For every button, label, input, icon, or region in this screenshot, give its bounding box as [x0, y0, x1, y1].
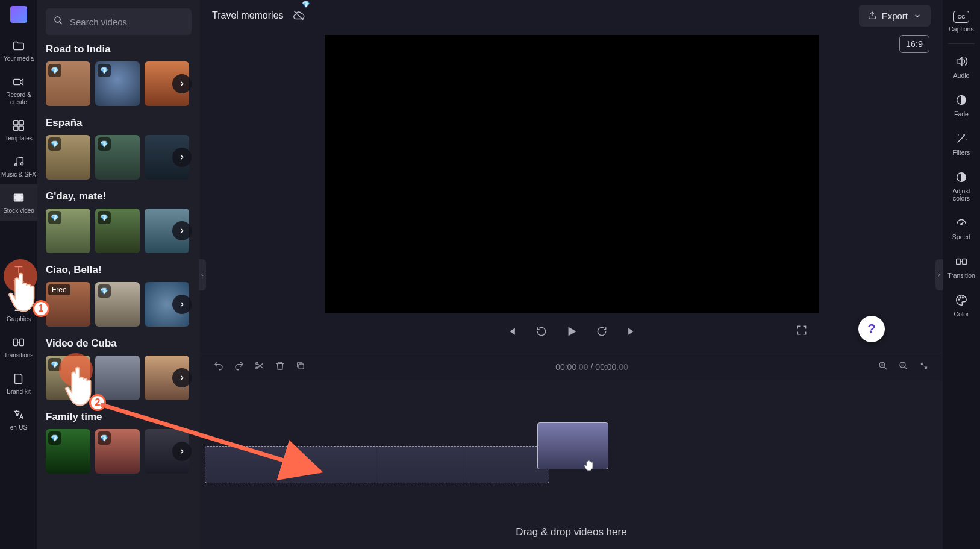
prop-filters[interactable]: Filters [943, 125, 980, 163]
top-bar: Travel memories 💎 Export [200, 0, 943, 27]
svg-rect-14 [14, 339, 17, 346]
category-title: Ciao, Bella! [46, 264, 192, 276]
video-thumbnail[interactable]: 💎 [95, 209, 140, 253]
timeline[interactable]: Drag & drop videos here [200, 380, 943, 549]
skip-start-button[interactable] [503, 323, 520, 340]
nav-music-sfx[interactable]: Music & SFX [0, 148, 37, 184]
captions-icon: CC [953, 11, 969, 23]
svg-rect-15 [20, 339, 23, 346]
prop-speed[interactable]: Speed [943, 209, 980, 248]
svg-point-5 [14, 163, 17, 166]
prop-adjust-colors[interactable]: Adjust colors [943, 163, 980, 209]
svg-rect-11 [22, 199, 23, 201]
video-preview[interactable] [325, 35, 819, 313]
video-thumbnail[interactable]: 💎 [46, 429, 90, 474]
svg-point-6 [20, 163, 23, 165]
premium-icon: 💎 [98, 64, 111, 77]
premium-icon: 💎 [98, 284, 111, 298]
prop-captions[interactable]: CC Captions [943, 4, 980, 40]
video-thumbnail[interactable]: 💎 [46, 356, 90, 400]
nav-brand-kit[interactable]: Brand kit [0, 365, 37, 401]
prop-label: Color [953, 310, 969, 318]
premium-icon: 💎 [48, 137, 61, 151]
nav-label: Graphics [7, 316, 31, 323]
video-thumbnail[interactable]: 💎 [46, 209, 90, 253]
templates-icon [11, 118, 26, 133]
video-thumbnail[interactable] [95, 356, 140, 400]
drop-hint-text: Drag & drop videos here [200, 526, 943, 538]
undo-button[interactable] [213, 360, 224, 374]
category-scroll[interactable]: Road to India 💎 💎 España 💎 💎 G'day, mate… [37, 43, 200, 549]
video-thumbnail[interactable]: 💎 [95, 135, 140, 180]
project-title[interactable]: Travel memories [212, 10, 284, 21]
video-thumbnail[interactable]: 💎 [95, 61, 140, 106]
nav-templates[interactable]: Templates [0, 112, 37, 148]
search-input[interactable] [70, 17, 184, 27]
category-title: Video de Cuba [46, 337, 192, 350]
play-button[interactable] [563, 323, 580, 340]
video-thumbnail[interactable]: 💎 [95, 282, 140, 327]
prop-fade[interactable]: Fade [943, 86, 980, 125]
nav-stock-video[interactable]: Stock video [0, 184, 37, 221]
redo-button[interactable] [234, 360, 245, 374]
category-title: Family time [46, 411, 192, 423]
category: Family time 💎 💎 [46, 411, 192, 474]
contrast-icon [955, 171, 968, 185]
more-button[interactable] [172, 295, 192, 314]
nav-record-create[interactable]: Record & create [0, 69, 37, 112]
collapse-right-button[interactable] [935, 259, 943, 290]
video-thumbnail[interactable]: 💎 [95, 429, 140, 474]
video-thumbnail[interactable]: Free [46, 282, 90, 327]
delete-button[interactable] [275, 360, 286, 374]
more-button[interactable] [172, 368, 192, 387]
forward-button[interactable] [593, 323, 610, 340]
palette-icon [955, 293, 968, 308]
search-box[interactable] [46, 8, 192, 35]
premium-icon: 💎 [302, 1, 310, 8]
timecode: 00:00.00 / 00:00.00 [555, 362, 628, 372]
nav-your-media[interactable]: Your media [0, 33, 37, 69]
more-button[interactable] [172, 221, 192, 240]
duplicate-button[interactable] [295, 360, 306, 374]
more-button[interactable] [172, 442, 192, 461]
category-title: Road to India [46, 43, 192, 55]
video-thumbnail[interactable]: 💎 [46, 135, 90, 180]
fullscreen-button[interactable] [793, 322, 810, 339]
split-button[interactable] [254, 360, 265, 374]
more-button[interactable] [172, 74, 192, 93]
video-thumbnail[interactable]: 💎 [46, 61, 90, 106]
left-nav-rail: Your media Record & create Templates Mus… [0, 0, 37, 549]
nav-label: Text [13, 280, 24, 287]
fit-timeline-button[interactable] [919, 360, 929, 374]
rewind-button[interactable] [533, 323, 550, 340]
svg-rect-25 [957, 259, 960, 264]
category: G'day, mate! 💎 💎 [46, 190, 192, 253]
language-icon [11, 407, 26, 422]
prop-audio[interactable]: Audio [943, 48, 980, 86]
premium-icon: 💎 [48, 431, 61, 445]
nav-transitions[interactable]: Transitions [0, 329, 37, 365]
nav-language[interactable]: en-US [0, 401, 37, 438]
nav-label: Brand kit [7, 388, 30, 395]
prop-transition[interactable]: Transition [943, 248, 980, 286]
svg-rect-13 [19, 303, 22, 306]
category: Ciao, Bella! Free 💎 [46, 264, 192, 327]
transition-icon [11, 335, 26, 350]
aspect-ratio-button[interactable]: 16:9 [899, 35, 929, 53]
zoom-out-button[interactable] [898, 360, 909, 374]
prop-color[interactable]: Color [943, 286, 980, 325]
export-button[interactable]: Export [859, 5, 931, 27]
skip-end-button[interactable] [623, 323, 640, 340]
zoom-in-button[interactable] [878, 360, 888, 374]
main-area: Travel memories 💎 Export 16:9 ? [200, 0, 943, 549]
svg-rect-0 [14, 79, 20, 84]
question-icon: ? [867, 321, 875, 337]
nav-label: en-US [10, 424, 27, 431]
prop-label: Captions [949, 25, 973, 33]
nav-text[interactable]: Text [0, 257, 37, 293]
app-logo [10, 6, 27, 23]
more-button[interactable] [172, 148, 192, 167]
help-button[interactable]: ? [858, 316, 885, 342]
nav-graphics[interactable]: Graphics [0, 293, 37, 329]
preview-area: 16:9 ? [200, 27, 943, 353]
